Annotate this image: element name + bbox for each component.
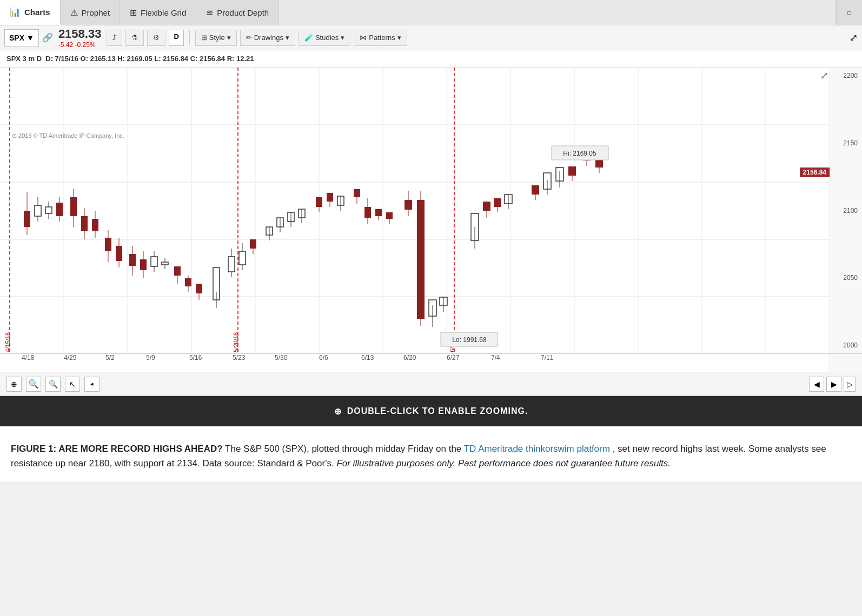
svg-text:Hi: 2169.05: Hi: 2169.05 [563,150,596,157]
svg-rect-41 [92,219,98,231]
svg-rect-98 [327,193,333,202]
chart-expand-icon[interactable]: ⤢ [820,70,828,82]
figure-caption: FIGURE 1: ARE MORE RECORD HIGHS AHEAD? T… [0,426,862,481]
y-axis: 2200 2150 2100 2050 2000 [830,68,862,353]
prophet-icon: ⚠ [70,8,78,18]
svg-rect-26 [35,205,41,216]
x-label-516: 5/16 [189,354,202,361]
zoom-text: DOUBLE-CLICK TO ENABLE ZOOMING. [347,406,528,416]
prev-button[interactable]: ◀ [809,377,824,392]
flask-icon: ⚗ [131,34,138,42]
x-label-711: 7/11 [541,354,553,361]
x-label-523: 5/23 [233,354,245,361]
gear-icon: ⚙ [153,34,160,42]
link-icon-btn[interactable]: 🔗 [42,32,53,43]
toolbar: SPX ▼ 🔗 2158.33 -5.42 -0.25% ⤴ ⚗ ⚙ D ⊞ S… [0,25,862,50]
dropdown-icon: ▼ [26,34,34,42]
settings-button[interactable]: ⚙ [147,30,165,46]
separator [189,30,190,45]
studies-chevron: ▾ [341,34,344,42]
zoom-plus-button[interactable]: ⊕ [6,377,22,392]
svg-text:4/15/16: 4/15/16 [4,332,11,352]
tab-product-depth[interactable]: ≋ Product Depth [196,0,279,25]
chart-open: O: 2165.13 [81,55,116,63]
chart-close: C: 2156.84 [190,55,225,63]
figure-link[interactable]: TD Ameritrade thinkorswim platform [464,444,610,454]
svg-rect-47 [116,246,122,261]
chart-container[interactable]: 4/15/16 5/20/16 6/17/16 [0,68,862,354]
tab-charts[interactable]: 📊 Charts [0,0,61,25]
scroll-left-button[interactable]: ◂ [84,377,100,392]
y-label-2000: 2000 [832,342,860,349]
price-display: 2158.33 -5.42 -0.25% [58,27,102,49]
svg-rect-134 [494,198,501,207]
svg-rect-23 [24,211,30,227]
symbol-select[interactable]: SPX ▼ [4,29,39,46]
figure-label: FIGURE 1: ARE MORE RECORD HIGHS AHEAD? [11,444,223,454]
x-label-627: 6/27 [447,354,459,361]
d-button[interactable]: D [169,30,183,46]
share-button[interactable]: ⤴ [107,30,122,46]
svg-rect-68 [196,284,202,293]
svg-text:⊙ 2016 © TD Ameritrade IP Comp: ⊙ 2016 © TD Ameritrade IP Company, Inc. [12,132,124,139]
svg-rect-110 [375,209,382,216]
chart-range: R: 12.21 [227,55,254,63]
svg-rect-53 [140,259,147,270]
flask-button[interactable]: ⚗ [125,30,144,46]
svg-rect-50 [129,254,136,266]
svg-rect-116 [405,200,412,210]
svg-rect-149 [568,166,576,176]
expand-chart-button[interactable]: ⤢ [850,32,858,44]
current-price-badge: 2156.84 [800,168,830,177]
y-label-2200: 2200 [832,72,860,79]
svg-rect-131 [483,202,490,211]
svg-rect-140 [532,185,539,195]
tab-flexible-grid[interactable]: ⊞ Flexible Grid [120,0,196,25]
zoom-in-button[interactable]: 🔍 [26,377,41,392]
x-label-620: 6/20 [403,354,416,361]
patterns-button[interactable]: ⋈ Patterns ▾ [354,30,407,46]
zoom-banner[interactable]: ⊕ DOUBLE-CLICK TO ENABLE ZOOMING. [0,396,862,426]
x-axis: 4/18 4/25 5/2 5/9 5/16 5/23 5/30 6/6 6/1… [0,354,830,372]
y-label-2050: 2050 [832,274,860,282]
svg-rect-29 [45,207,52,213]
chart-high: H: 2169.05 [117,55,152,63]
chart-date: D: 7/15/16 [45,55,78,63]
zoom-icon: ⊕ [334,406,342,417]
x-label-425: 4/25 [64,354,76,361]
svg-rect-104 [354,189,360,197]
cursor-button[interactable]: ↖ [65,377,80,392]
x-label-418: 4/18 [22,354,34,361]
symbol-label: SPX [9,34,24,42]
svg-rect-56 [151,257,157,266]
figure-italic: For illustrative purposes only. Past per… [336,458,671,468]
x-label-74: 7/4 [491,354,500,361]
expand-icon: □ [847,10,851,16]
svg-rect-80 [250,239,256,249]
style-button[interactable]: ⊞ Style ▾ [195,30,237,46]
patterns-chevron: ▾ [397,34,401,42]
drawings-button[interactable]: ✏ Drawings ▾ [240,30,295,46]
bottom-toolbar: ⊕ 🔍 🔍 ↖ ◂ ◀ ▶ ▷ [0,372,862,396]
svg-text:Lo: 1991.68: Lo: 1991.68 [452,336,487,344]
svg-rect-59 [162,262,168,265]
candlestick-chart: 4/15/16 5/20/16 6/17/16 [0,68,830,354]
y-axis-spacer [830,354,862,372]
x-axis-container: 4/18 4/25 5/2 5/9 5/16 5/23 5/30 6/6 6/1… [0,354,862,372]
tab-bar: 📊 Charts ⚠ Prophet ⊞ Flexible Grid ≋ Pro… [0,0,862,25]
tab-product-depth-label: Product Depth [217,8,269,17]
svg-rect-44 [105,238,111,251]
tab-prophet[interactable]: ⚠ Prophet [61,0,121,25]
link-icon: 🔗 [42,32,53,43]
next-button[interactable]: ▶ [826,377,841,392]
studies-button[interactable]: 🧪 Studies ▾ [299,30,350,46]
svg-rect-62 [174,266,181,276]
y-label-2150: 2150 [832,139,860,147]
zoom-out-button[interactable]: 🔍 [45,377,61,392]
y-label-2100: 2100 [832,207,860,215]
expand-button[interactable]: ▷ [844,377,856,392]
nav-buttons: ◀ ▶ ▷ [809,377,856,392]
expand-button[interactable]: □ [836,0,862,25]
svg-rect-35 [70,197,77,216]
drawings-chevron: ▾ [286,34,289,42]
